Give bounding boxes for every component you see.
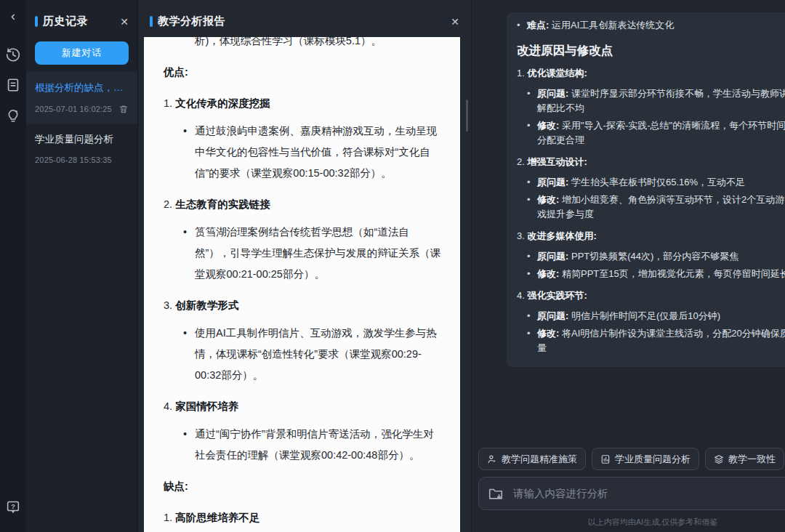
analysis-input[interactable] xyxy=(513,488,785,499)
action-teaching-consistency-button[interactable]: 教学一致性 xyxy=(705,448,784,470)
idea-bulb-icon[interactable] xyxy=(5,108,21,124)
message-bullet: •修改: 将AI明信片制作设为课堂主线活动，分配20分钟确保质量 xyxy=(527,326,785,355)
ai-message-bubble: • 难点: 运用AI工具创新表达传统文化 改进原因与修改点 1. 优化课堂结构:… xyxy=(507,12,785,367)
history-item[interactable]: 学业质量问题分析 2025-06-28 15:53:35 xyxy=(26,124,137,174)
action-quality-analysis-button[interactable]: 学业质量问题分析 xyxy=(592,448,699,470)
history-item-date: 2025-06-28 15:53:35 xyxy=(35,156,112,164)
accent-bar xyxy=(35,16,38,27)
svg-text:?: ? xyxy=(11,503,15,510)
quick-actions-bar: 教学问题精准施策 学业质量问题分析 教学一致性 更多 xyxy=(472,440,785,470)
chat-panel: • 难点: 运用AI工具创新表达传统文化 改进原因与修改点 1. 优化课堂结构:… xyxy=(472,0,785,532)
doc-section-title: 2. 生态教育的实践链接 xyxy=(164,194,443,215)
history-close-icon[interactable]: ✕ xyxy=(120,17,129,27)
history-item-title: 根据分析的缺点，… xyxy=(35,81,129,94)
action-teaching-precision-button[interactable]: 教学问题精准施策 xyxy=(478,448,586,470)
history-item[interactable]: 根据分析的缺点，… 2025-07-01 16:02:25 xyxy=(26,72,137,124)
history-panel: 历史记录 ✕ 新建对话 根据分析的缺点，… 2025-07-01 16:02:2… xyxy=(26,0,138,532)
help-icon[interactable]: ? xyxy=(5,499,21,515)
doc-bullet: •通过鼓浪屿申遗案例、嘉庚精神游戏互动，生动呈现中华文化的包容性与当代价值，符合… xyxy=(183,121,443,184)
message-bullet: •修改: 增加小组竞赛、角色扮演等互动环节，设计2个互动游戏提升参与度 xyxy=(527,193,785,222)
message-bullet: • 难点: 运用AI工具创新表达传统文化 xyxy=(517,18,785,33)
doc-cons-heading: 缺点: xyxy=(164,476,443,497)
message-point-title: 1. 优化课堂结构: xyxy=(517,66,785,81)
history-title: 历史记录 xyxy=(43,15,88,28)
report-scrollbar-thumb[interactable] xyxy=(466,100,468,132)
report-close-icon[interactable]: ✕ xyxy=(451,17,459,27)
history-clock-icon[interactable] xyxy=(5,47,21,63)
report-header: 教学分析报告 ✕ xyxy=(138,0,471,37)
accent-bar xyxy=(150,16,153,27)
message-point-title: 4. 强化实践环节: xyxy=(517,289,785,303)
message-point-title: 2. 增强互动设计: xyxy=(517,155,785,169)
doc-pros-heading: 优点: xyxy=(164,62,443,83)
report-document: 析)，体现综合性学习（课标模块5.1）。 优点: 1. 文化传承的深度挖掘 •通… xyxy=(144,37,460,532)
doc-chart-icon xyxy=(600,454,611,464)
document-icon[interactable] xyxy=(5,77,21,93)
chat-input-bar xyxy=(478,477,785,510)
report-panel: 教学分析报告 ✕ 析)，体现综合性学习（课标模块5.1）。 优点: 1. 文化传… xyxy=(138,0,472,532)
doc-section-title: 1. 文化传承的深度挖掘 xyxy=(164,93,443,114)
upload-folder-icon[interactable] xyxy=(488,485,504,501)
report-body: 析)，体现综合性学习（课标模块5.1）。 优点: 1. 文化传承的深度挖掘 •通… xyxy=(138,37,471,532)
doc-section-title: 1. 高阶思维培养不足 xyxy=(164,507,443,528)
message-bullet: •原问题: 学生抬头率在板书时仅65.16%，互动不足 xyxy=(527,175,785,190)
delete-trash-icon[interactable] xyxy=(118,104,129,114)
history-header: 历史记录 ✕ xyxy=(26,0,137,37)
report-title: 教学分析报告 xyxy=(158,15,225,28)
layers-icon xyxy=(714,454,724,464)
left-rail: ‹ ? xyxy=(0,0,26,532)
doc-clipped-line: 析)，体现综合性学习（课标模块5.1）。 xyxy=(164,37,443,52)
history-item-date: 2025-07-01 16:02:25 xyxy=(35,105,112,113)
doc-bullet: •筼筜湖治理案例结合传统哲学思想（如“道法自然”），引导学生理解生态保护与发展的… xyxy=(183,222,443,285)
doc-bullet: •使用AI工具制作明信片、互动游戏，激发学生参与热情，体现课标“创造性转化”要求… xyxy=(183,323,443,386)
message-point-title: 3. 改进多媒体使用: xyxy=(517,229,785,243)
person-precision-icon xyxy=(487,454,497,464)
collapse-back-icon[interactable]: ‹ xyxy=(11,9,15,23)
ai-disclaimer: 以上内容均由AI生成,仅供参考和借鉴 xyxy=(472,510,785,532)
message-bullet: •修改: 精简PPT至15页，增加视觉化元素，每页停留时间延长 xyxy=(527,267,785,281)
message-bullet: •修改: 采用"导入-探索-实践-总结"的清晰流程，每个环节时间分配更合理 xyxy=(527,118,785,148)
doc-section-title: 4. 家国情怀培养 xyxy=(164,396,443,417)
message-bullet: •原问题: 课堂时序显示部分环节衔接不畅，学生活动与教师讲解配比不均 xyxy=(527,86,785,116)
doc-bullet: •通过“闽宁协作”背景和明信片寄送活动，强化学生对社会责任的理解（课堂观察00:… xyxy=(183,424,443,466)
message-heading: 改进原因与修改点 xyxy=(517,41,785,59)
message-bullet: •原问题: 明信片制作时间不足(仅最后10分钟) xyxy=(527,309,785,323)
doc-section-title: 3. 创新教学形式 xyxy=(164,295,443,316)
new-chat-button[interactable]: 新建对话 xyxy=(35,41,129,65)
chat-scroll-area[interactable]: • 难点: 运用AI工具创新表达传统文化 改进原因与修改点 1. 优化课堂结构:… xyxy=(472,0,785,440)
history-item-title: 学业质量问题分析 xyxy=(35,133,129,146)
message-bullet: •原问题: PPT切换频繁(44次)，部分内容不够聚焦 xyxy=(527,249,785,264)
